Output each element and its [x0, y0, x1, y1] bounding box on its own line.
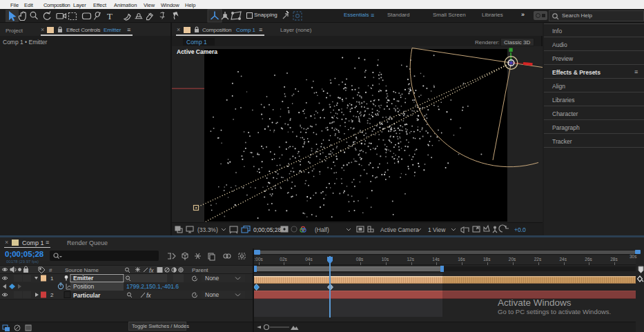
- svg-text:fx: fx: [149, 267, 154, 274]
- svg-text:Active Camera: Active Camera: [380, 226, 419, 233]
- svg-text:Active Camera: Active Camera: [177, 48, 217, 55]
- svg-text:1: 1: [50, 275, 54, 282]
- svg-text:Position: Position: [73, 283, 95, 290]
- svg-text:(Half): (Half): [315, 226, 329, 233]
- svg-text:(33.3%): (33.3%): [197, 226, 218, 233]
- svg-text:fx: fx: [146, 292, 151, 299]
- svg-text:None: None: [205, 291, 219, 298]
- svg-text:0;00;05;28: 0;00;05;28: [253, 226, 281, 233]
- svg-text:1799.2,150.1,-401.6: 1799.2,150.1,-401.6: [126, 283, 179, 290]
- svg-text:Parent: Parent: [192, 267, 208, 273]
- svg-text:None: None: [205, 275, 219, 282]
- svg-text:#: #: [49, 267, 52, 273]
- svg-text:Emitter: Emitter: [73, 275, 94, 282]
- svg-text:2: 2: [50, 292, 54, 298]
- svg-text:Particular: Particular: [73, 292, 101, 299]
- svg-text:+0.0: +0.0: [514, 226, 526, 233]
- svg-text:1 View: 1 View: [428, 226, 446, 233]
- svg-text:T: T: [107, 11, 113, 21]
- svg-text:Source Name: Source Name: [65, 267, 99, 273]
